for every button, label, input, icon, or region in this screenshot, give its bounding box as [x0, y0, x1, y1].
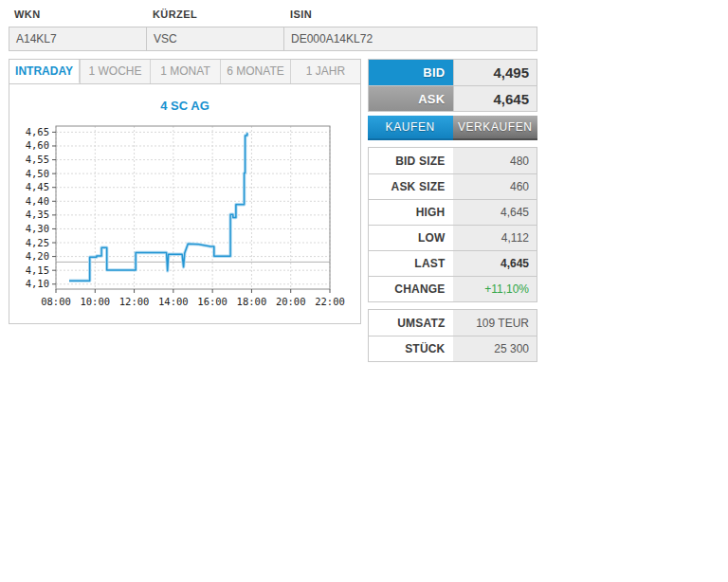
- bid-size-value: 480: [453, 148, 537, 173]
- ask-label-cell: ASK: [369, 86, 453, 111]
- last-row: LAST 4,645: [369, 250, 537, 276]
- wkn-label: WKN: [9, 6, 147, 27]
- stueck-value: 25 300: [453, 336, 537, 361]
- svg-text:4,15: 4,15: [26, 264, 49, 276]
- intraday-chart-svg: 08:0010:0012:0014:0016:0018:0020:0022:00…: [9, 117, 360, 312]
- stueck-label: STÜCK: [369, 336, 453, 361]
- stock-quote-widget: WKN KÜRZEL ISIN A14KL7 VSC DE000A14KL72 …: [9, 6, 537, 362]
- svg-text:4,60: 4,60: [26, 139, 49, 151]
- tab-1-jahr[interactable]: 1 JAHR: [290, 60, 360, 83]
- svg-text:18:00: 18:00: [237, 296, 267, 307]
- svg-text:4,40: 4,40: [26, 195, 49, 207]
- bid-label-cell: BID: [369, 60, 453, 85]
- sell-button[interactable]: VERKAUFEN: [453, 116, 538, 140]
- svg-text:4,30: 4,30: [26, 223, 49, 234]
- ask-size-value: 460: [453, 174, 537, 199]
- bid-size-label: BID SIZE: [369, 148, 453, 173]
- intraday-chart: 08:0010:0012:0014:0016:0018:0020:0022:00…: [9, 117, 360, 316]
- bid-value: 4,495: [453, 60, 537, 85]
- quote-panel: BID 4,495 ASK 4,645 KAUFEN VERKAUFEN BID…: [368, 59, 537, 362]
- low-row: LOW 4,112: [369, 225, 537, 250]
- kuerzel-label: KÜRZEL: [147, 6, 284, 27]
- last-value: 4,645: [453, 251, 537, 276]
- svg-text:10:00: 10:00: [80, 296, 110, 307]
- volume-table: UMSATZ 109 TEUR STÜCK 25 300: [368, 309, 537, 362]
- ask-label: ASK: [418, 92, 445, 106]
- ask-size-label: ASK SIZE: [369, 174, 453, 199]
- tab-1-woche[interactable]: 1 WOCHE: [80, 60, 150, 83]
- svg-text:08:00: 08:00: [41, 296, 71, 307]
- period-tabs: INTRADAY 1 WOCHE 1 MONAT 6 MONATE 1 JAHR: [9, 60, 360, 84]
- bid-row: BID 4,495: [369, 60, 537, 85]
- svg-text:16:00: 16:00: [197, 296, 228, 307]
- ask-value: 4,645: [453, 86, 537, 111]
- ask-row: ASK 4,645: [369, 85, 537, 111]
- svg-text:14:00: 14:00: [158, 296, 189, 307]
- stueck-row: STÜCK 25 300: [369, 336, 537, 361]
- umsatz-value: 109 TEUR: [453, 310, 537, 336]
- chart-panel: INTRADAY 1 WOCHE 1 MONAT 6 MONATE 1 JAHR…: [9, 59, 361, 324]
- trade-buttons: KAUFEN VERKAUFEN: [368, 116, 537, 140]
- svg-text:4,45: 4,45: [26, 181, 49, 192]
- last-label: LAST: [369, 251, 453, 276]
- svg-text:4,20: 4,20: [26, 250, 49, 262]
- low-label: LOW: [369, 226, 453, 250]
- svg-text:4,10: 4,10: [26, 278, 49, 289]
- change-label: CHANGE: [369, 277, 453, 301]
- isin-value: DE000A14KL72: [284, 27, 537, 51]
- high-label: HIGH: [369, 200, 453, 225]
- instrument-header: WKN KÜRZEL ISIN: [9, 6, 537, 27]
- tab-6-monate[interactable]: 6 MONATE: [220, 60, 290, 83]
- low-value: 4,112: [453, 226, 537, 250]
- svg-text:4,35: 4,35: [26, 209, 49, 220]
- ask-size-row: ASK SIZE 460: [369, 173, 537, 199]
- svg-text:4,65: 4,65: [26, 126, 49, 137]
- high-row: HIGH 4,645: [369, 199, 537, 225]
- instrument-values: A14KL7 VSC DE000A14KL72: [9, 27, 537, 51]
- svg-text:4,25: 4,25: [26, 237, 49, 248]
- svg-text:22:00: 22:00: [315, 296, 345, 307]
- tab-1-monat[interactable]: 1 MONAT: [150, 60, 220, 83]
- buy-button[interactable]: KAUFEN: [368, 116, 453, 140]
- change-value: +11,10%: [453, 277, 537, 301]
- svg-text:20:00: 20:00: [276, 296, 306, 307]
- umsatz-label: UMSATZ: [369, 310, 453, 336]
- bid-size-row: BID SIZE 480: [369, 148, 537, 173]
- isin-label: ISIN: [284, 6, 537, 27]
- kuerzel-value: VSC: [147, 27, 284, 51]
- svg-text:12:00: 12:00: [119, 296, 150, 307]
- bid-label: BID: [423, 65, 445, 80]
- stats-table: BID SIZE 480 ASK SIZE 460 HIGH 4,645 LOW…: [368, 147, 537, 302]
- umsatz-row: UMSATZ 109 TEUR: [369, 310, 537, 336]
- high-value: 4,645: [453, 200, 537, 225]
- chart-title: 4 SC AG: [9, 99, 360, 113]
- wkn-value: A14KL7: [9, 27, 147, 51]
- svg-text:4,50: 4,50: [26, 168, 49, 179]
- change-row: CHANGE +11,10%: [369, 276, 537, 301]
- tab-intraday[interactable]: INTRADAY: [9, 60, 80, 83]
- bid-ask-table: BID 4,495 ASK 4,645: [368, 59, 537, 112]
- svg-text:4,55: 4,55: [26, 154, 49, 165]
